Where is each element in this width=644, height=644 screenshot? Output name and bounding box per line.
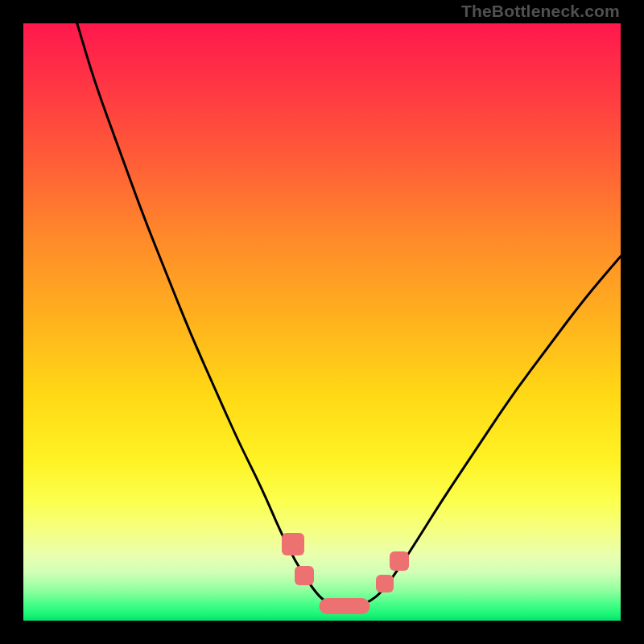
marker-bottom-row (319, 598, 369, 614)
bottleneck-curve (23, 23, 621, 621)
plot-area (23, 23, 621, 621)
marker-right-inner (376, 575, 394, 592)
attribution-watermark: TheBottleneck.com (461, 2, 620, 21)
marker-right-outer (390, 551, 409, 571)
marker-left-outer (282, 533, 304, 555)
marker-left-inner (295, 566, 314, 585)
chart-frame: TheBottleneck.com (0, 0, 644, 644)
